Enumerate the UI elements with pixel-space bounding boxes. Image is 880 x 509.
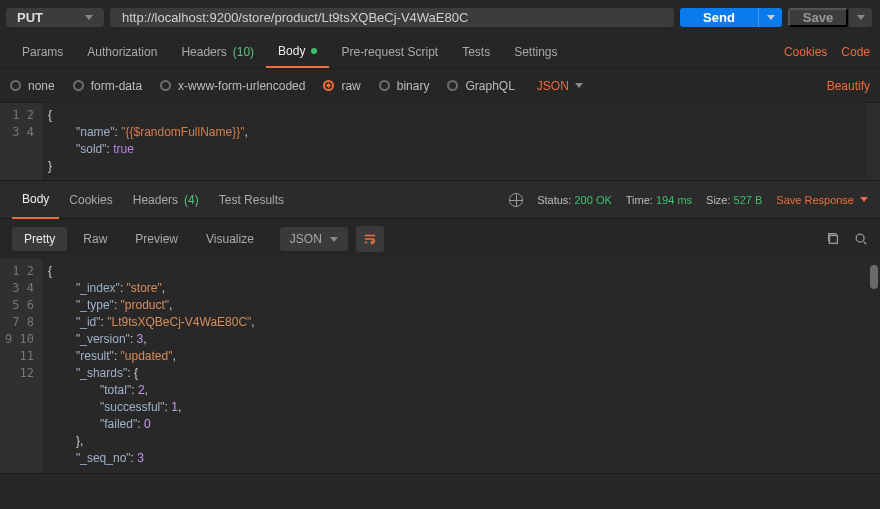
chevron-down-icon (330, 237, 338, 242)
status-block: Status: 200 OK (537, 194, 612, 206)
resp-tab-testresults[interactable]: Test Results (209, 181, 294, 219)
url-input[interactable] (110, 8, 674, 27)
chevron-down-icon (85, 15, 93, 20)
send-button[interactable]: Send (680, 8, 758, 27)
tab-body-label: Body (278, 44, 305, 58)
code-link[interactable]: Code (841, 45, 870, 59)
svg-point-1 (856, 234, 864, 242)
radio-none[interactable]: none (10, 79, 55, 93)
body-language-select[interactable]: JSON (537, 79, 583, 93)
resp-tab-headers[interactable]: Headers (4) (123, 181, 209, 219)
radio-urlencoded[interactable]: x-www-form-urlencoded (160, 79, 305, 93)
headers-count: (10) (233, 45, 254, 59)
code-area[interactable]: { "_index": "store", "_type": "product",… (42, 259, 880, 473)
body-modified-indicator (311, 48, 317, 54)
copy-icon[interactable] (826, 232, 840, 246)
time-block: Time: 194 ms (626, 194, 692, 206)
chevron-down-icon (575, 83, 583, 88)
save-button[interactable]: Save (788, 8, 848, 27)
radio-binary[interactable]: binary (379, 79, 430, 93)
view-pretty[interactable]: Pretty (12, 227, 67, 251)
view-raw[interactable]: Raw (71, 227, 119, 251)
tab-headers-label: Headers (181, 45, 226, 59)
line-gutter: 1 2 3 4 (0, 103, 42, 180)
response-language-select[interactable]: JSON (280, 227, 348, 251)
resp-tab-body[interactable]: Body (12, 181, 59, 219)
body-type-row: none form-data x-www-form-urlencoded raw… (0, 69, 880, 103)
tab-authorization[interactable]: Authorization (75, 35, 169, 68)
wrap-lines-button[interactable] (356, 226, 384, 252)
save-response-dropdown[interactable]: Save Response (776, 194, 868, 206)
send-dropdown[interactable] (758, 8, 782, 27)
cookies-link[interactable]: Cookies (784, 45, 827, 59)
code-area[interactable]: { "name": "{{$randomFullName}}", "sold":… (42, 103, 866, 180)
tab-settings[interactable]: Settings (502, 35, 569, 68)
save-dropdown[interactable] (848, 8, 872, 27)
radio-graphql[interactable]: GraphQL (447, 79, 514, 93)
line-gutter: 1 2 3 4 5 6 7 8 9 10 11 12 (0, 259, 42, 473)
resp-headers-count: (4) (184, 193, 199, 207)
chevron-down-icon (860, 197, 868, 202)
response-tabs-bar: Body Cookies Headers (4) Test Results St… (0, 181, 880, 219)
svg-rect-0 (830, 236, 838, 244)
minimap-scrollbar[interactable] (866, 103, 880, 180)
resp-tab-cookies[interactable]: Cookies (59, 181, 122, 219)
method-select[interactable]: PUT (6, 8, 104, 27)
search-icon[interactable] (854, 232, 868, 246)
radio-raw[interactable]: raw (323, 79, 360, 93)
view-preview[interactable]: Preview (123, 227, 190, 251)
view-visualize[interactable]: Visualize (194, 227, 266, 251)
tab-headers[interactable]: Headers (10) (169, 35, 266, 68)
method-label: PUT (17, 10, 43, 25)
size-block: Size: 527 B (706, 194, 762, 206)
globe-icon[interactable] (509, 193, 523, 207)
response-body-editor[interactable]: 1 2 3 4 5 6 7 8 9 10 11 12 { "_index": "… (0, 259, 880, 474)
tab-prerequest[interactable]: Pre-request Script (329, 35, 450, 68)
tab-tests[interactable]: Tests (450, 35, 502, 68)
request-tabs: Params Authorization Headers (10) Body P… (0, 35, 880, 69)
tab-params[interactable]: Params (10, 35, 75, 68)
chevron-down-icon (767, 15, 775, 20)
chevron-down-icon (857, 15, 865, 20)
tab-body[interactable]: Body (266, 35, 329, 68)
beautify-link[interactable]: Beautify (827, 79, 870, 93)
request-bar: PUT Send Save (0, 0, 880, 35)
request-body-editor[interactable]: 1 2 3 4 { "name": "{{$randomFullName}}",… (0, 103, 880, 181)
response-toolbar: Pretty Raw Preview Visualize JSON (0, 219, 880, 259)
radio-formdata[interactable]: form-data (73, 79, 142, 93)
scrollbar-thumb[interactable] (870, 265, 878, 289)
